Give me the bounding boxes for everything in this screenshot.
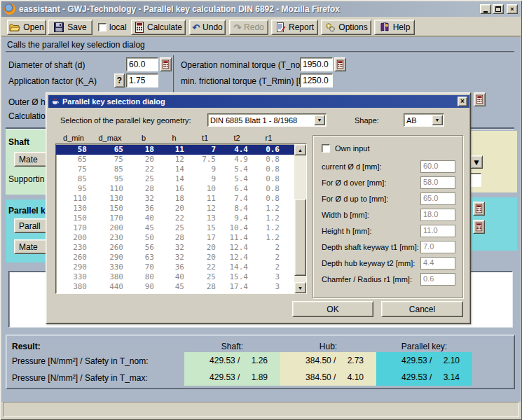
status-line: Calls the parallel key selection dialog [7,40,145,50]
own-input-field-value[interactable]: 0.6 [420,273,455,286]
table-cell: 200 [92,223,129,233]
table-cell: 380 [92,272,129,282]
own-input-field-value[interactable]: 60.0 [420,160,455,173]
table-row[interactable]: 5865181174.40.6 [56,145,294,155]
help-book-icon [379,22,390,33]
table-cell: 150 [56,214,92,223]
nominal-torque-input[interactable] [300,57,333,71]
open-button[interactable]: Open [7,20,46,35]
key-calc-button-1[interactable] [473,202,485,216]
hub-input[interactable] [469,173,481,187]
own-input-field-label: For Ø d over [mm]: [322,178,386,187]
chevron-down-icon[interactable]: ▼ [432,115,443,125]
application-factor-input[interactable] [126,74,158,88]
maximize-button[interactable] [493,4,504,14]
cancel-button[interactable]: Cancel [381,301,463,317]
chevron-down-icon[interactable]: ▼ [314,115,325,125]
options-button[interactable]: Options [321,20,371,35]
scrollbar-thumb[interactable] [294,199,306,276]
application-factor-help-button[interactable]: ? [114,74,125,88]
table-cell: 5.4 [221,164,254,174]
undo-button[interactable]: ↶ Undo [189,20,226,35]
maximize-icon [495,6,501,12]
own-input-checkbox[interactable] [322,144,330,153]
supporting-label: Supportin [8,174,44,184]
calculator-icon [336,59,344,69]
nominal-torque-calc-button[interactable] [334,57,346,71]
diameter-calc-button[interactable] [160,57,172,71]
geometry-select[interactable]: DIN 6885 Blatt 1 - 8/1968 ▼ [207,113,327,127]
own-input-field-value[interactable]: 11.0 [420,225,455,237]
hub-dropdown-button[interactable]: ▼ [470,155,483,169]
table-cell: 75 [56,164,92,174]
own-input-field-value[interactable]: 65.0 [420,192,455,205]
report-button[interactable]: Report [271,20,318,35]
key-table[interactable]: 5865181174.40.6657520127.54.90.875852214… [55,144,307,294]
table-row[interactable]: 1501704022139.41.2 [56,214,294,223]
table-cell: 9 [190,164,221,174]
local-checkbox[interactable] [98,23,107,31]
scrollbar-track[interactable] [294,155,306,282]
scroll-down-icon[interactable]: ▼ [294,282,306,293]
table-cell: 9.4 [221,214,254,223]
dialog-titlebar: Parallel key selection dialog × [48,95,469,108]
table-cell: 7 [190,145,221,155]
table-cell: 130 [92,194,129,204]
table-row[interactable]: 20023050281711.41.2 [56,233,294,243]
scroll-up-icon[interactable]: ▲ [294,144,306,155]
table-row[interactable]: 38044090452817.43 [56,282,294,292]
minimize-button[interactable] [480,4,491,14]
result-row-label-tmax: Pressure [N/mm²] / Safety in T_max: [12,373,148,383]
table-row[interactable]: 1301503620128.41.2 [56,204,294,214]
hub-calc-button[interactable] [474,92,486,106]
shape-select[interactable]: AB ▼ [404,113,444,127]
help-button[interactable]: Help [374,20,415,35]
table-cell: 95 [92,174,129,184]
own-input-field-value[interactable]: 18.0 [420,209,455,221]
hub-panel: ▼ [469,131,517,192]
undo-icon: ↶ [192,23,200,32]
window-titlebar: eassistant - GWJ-Technology - Parallel k… [1,1,521,17]
close-button[interactable]: × [507,4,518,14]
calculator-icon [135,22,144,33]
table-row[interactable]: 26029063322012.42 [56,253,294,262]
shape-select-value: AB [404,116,432,125]
own-input-field-value[interactable]: 58.0 [420,176,455,189]
table-row[interactable]: 7585221495.40.8 [56,164,294,174]
calculate-button[interactable]: Calculate [131,20,186,35]
save-button[interactable]: Save [48,20,92,35]
table-row[interactable]: 951102816106.40.8 [56,184,294,194]
table-cell: 18 [129,145,160,155]
result-columns: 429.53 /1.26429.53 /1.89384.50 /2.73384.… [184,352,472,386]
table-cell: 230 [92,233,129,243]
own-input-field-label: For Ø d up to [mm]: [322,195,388,203]
own-input-field-value[interactable]: 7.0 [420,241,455,253]
scrollbar[interactable]: ▲ ▼ [294,144,306,293]
result-cell: 384.50 /2.73 [280,352,376,369]
toolbar: Open Save local Calculate ↶ Undo ↷ Redo … [1,17,521,37]
key-calc-button-2[interactable] [473,220,485,234]
table-cell: 150 [92,204,129,214]
table-row[interactable]: 33038080402515.43 [56,272,294,282]
table-row[interactable]: 29033070362214.42 [56,262,294,272]
table-row[interactable]: 8595251495.40.8 [56,174,294,184]
ok-button[interactable]: OK [292,301,373,317]
dialog-close-button[interactable]: × [458,97,467,106]
table-row[interactable]: 17020045251510.41.2 [56,223,294,233]
local-label: local [109,22,127,32]
redo-button[interactable]: ↷ Redo [229,20,268,35]
shape-label: Shape: [355,116,379,125]
table-cell: 290 [92,253,129,262]
table-cell: 56 [129,243,160,253]
table-cell: 14 [160,164,190,174]
table-row[interactable]: 1101303218117.40.8 [56,194,294,204]
table-cell: 25 [129,174,160,184]
table-cell: 36 [160,262,190,272]
table-row[interactable]: 23026056322012.42 [56,243,294,253]
frictional-torque-input[interactable] [300,74,333,88]
table-cell: 4.9 [221,155,254,164]
diameter-input[interactable] [126,57,158,71]
own-input-field-value[interactable]: 4.4 [420,257,455,270]
table-row[interactable]: 657520127.54.90.8 [56,155,294,164]
table-cell: 14 [160,174,190,184]
